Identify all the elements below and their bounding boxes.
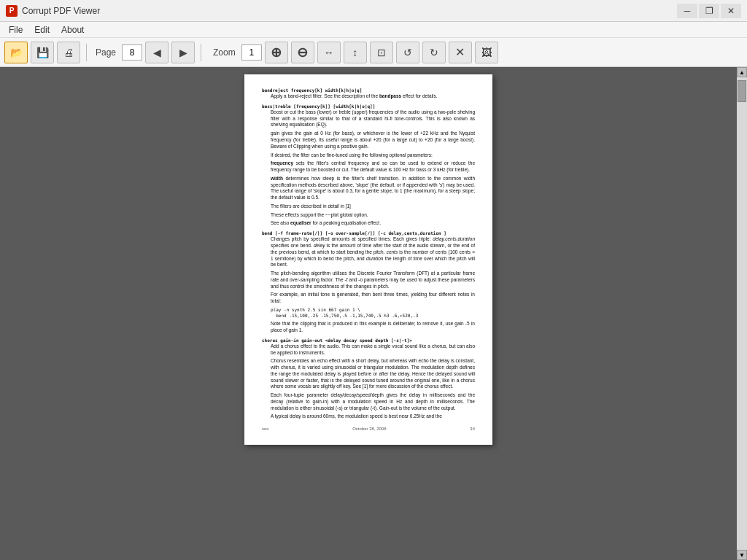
zoom-in-icon: ⊕ — [271, 44, 282, 61]
menu-edit[interactable]: Edit — [28, 22, 55, 38]
optional-desc: If desired, the filter can be fine-tuned… — [271, 152, 475, 159]
bend-desc2: The pitch-bending algorithm utilises the… — [271, 271, 475, 289]
page-input[interactable] — [122, 44, 142, 61]
chorus-section: chorus gain-in gain-out <delay decay spe… — [262, 338, 475, 421]
bass-treble-heading: bass|treble [frequency[k]] [width[k|h|o|… — [262, 104, 475, 109]
scroll-track[interactable] — [737, 77, 747, 550]
bass-treble-section: bass|treble [frequency[k]] [width[k|h|o|… — [262, 104, 475, 227]
print-icon: 🖨 — [63, 47, 74, 58]
bend-desc1: Changes pitch by specified amounts at sp… — [271, 236, 475, 268]
minimize-button[interactable]: ─ — [677, 4, 697, 18]
zoom-input[interactable] — [241, 44, 262, 61]
bend-desc4: Note that the clipping that is produced … — [271, 321, 475, 334]
prev-icon: ◀ — [153, 47, 161, 58]
title-bar: P Corrupt PDF Viewer ─ ❐ ✕ — [0, 0, 747, 22]
close-doc-button[interactable]: ✕ — [449, 42, 472, 63]
chorus-desc3: Each four-tuple parameter delay/decay/sp… — [271, 392, 475, 411]
print-button[interactable]: 🖨 — [57, 42, 80, 63]
fit-page-button[interactable]: ⊡ — [370, 42, 393, 63]
main-area: bandreject frequency[k] width[k|h|o|q] A… — [0, 67, 747, 560]
fit-height-icon: ↕ — [352, 47, 357, 58]
bandreject-heading: bandreject frequency[k] width[k|h|o|q] — [262, 88, 475, 93]
scroll-up-button[interactable]: ▲ — [737, 67, 747, 77]
restore-button[interactable]: ❐ — [699, 4, 719, 18]
bend-section: bend [-f frame-rate[/]] [-o over-sample[… — [262, 230, 475, 333]
scrollbar-right[interactable]: ▲ ▼ — [737, 67, 747, 560]
menu-about[interactable]: About — [55, 22, 90, 38]
zoom-in-button[interactable]: ⊕ — [265, 42, 288, 63]
zoom-out-icon: ⊖ — [297, 44, 308, 61]
menu-bar: File Edit About — [0, 22, 747, 38]
toolbar: 📂 💾 🖨 Page ◀ ▶ Zoom ⊕ ⊖ ↔ ↕ ⊡ ↺ — [0, 38, 747, 67]
close-button[interactable]: ✕ — [721, 4, 741, 18]
gain-desc: gain gives the gain at 0 Hz (for bass), … — [271, 131, 475, 149]
rotate-right-icon: ↻ — [430, 47, 438, 58]
width-param: width determines how steep is the filter… — [271, 176, 475, 201]
separator-1 — [86, 44, 87, 61]
frequency-param: frequency sets the filter's central freq… — [271, 160, 475, 174]
rotate-left-icon: ↺ — [403, 47, 412, 58]
fit-width-icon: ↔ — [324, 47, 334, 58]
save-button[interactable]: 💾 — [31, 42, 54, 63]
footer-date: October 28, 2008 — [352, 426, 386, 432]
snapshot-icon: 🖼 — [481, 47, 492, 58]
next-page-button[interactable]: ▶ — [171, 42, 195, 63]
pdf-page: bandreject frequency[k] width[k|h|o|q] A… — [244, 74, 492, 445]
prev-page-button[interactable]: ◀ — [145, 42, 169, 63]
bend-code: play -n synth 2.5 sin 667 gain 1 \ bend … — [271, 307, 475, 319]
zoom-label: Zoom — [213, 47, 236, 58]
filters-desc: The filters are described in detail in [… — [271, 203, 475, 210]
bend-desc3: For example, an initial tone is generate… — [271, 292, 475, 305]
scroll-thumb[interactable] — [738, 80, 746, 102]
snapshot-button[interactable]: 🖼 — [475, 42, 498, 63]
fit-width-button[interactable]: ↔ — [317, 42, 341, 63]
bass-treble-desc: Boost or cut the bass (lower) or treble … — [271, 109, 475, 128]
fit-height-button[interactable]: ↕ — [344, 42, 367, 63]
fit-page-icon: ⊡ — [377, 47, 386, 58]
equaliser-desc: See also equaliser for a peaking equalis… — [271, 220, 475, 227]
next-icon: ▶ — [179, 47, 187, 58]
chorus-desc2: Chorus resembles an echo effect with a s… — [271, 358, 475, 390]
pdf-footer: sox October 28, 2008 34 — [262, 426, 475, 432]
chorus-desc1: Add a chorus effect to the audio. This c… — [271, 343, 475, 357]
bandreject-desc: Apply a band-reject filter. See the desc… — [271, 93, 475, 100]
chorus-desc4: A typical delay is around 60ms, the modu… — [271, 413, 475, 420]
rotate-right-button[interactable]: ↻ — [422, 42, 446, 63]
separator-2 — [201, 44, 201, 61]
rotate-left-button[interactable]: ↺ — [396, 42, 419, 63]
bend-heading: bend [-f frame-rate[/]] [-o over-sample[… — [262, 230, 475, 236]
footer-page: 34 — [470, 426, 475, 432]
zoom-out-button[interactable]: ⊖ — [291, 42, 314, 63]
window-controls: ─ ❐ ✕ — [677, 4, 741, 18]
effects-desc: These effects support the −−plot global … — [271, 212, 475, 219]
save-icon: 💾 — [36, 47, 49, 58]
menu-file[interactable]: File — [3, 22, 28, 38]
bandreject-section: bandreject frequency[k] width[k|h|o|q] A… — [262, 88, 475, 100]
scroll-down-button[interactable]: ▼ — [737, 550, 747, 560]
page-label: Page — [96, 47, 116, 58]
title-bar-left: P Corrupt PDF Viewer — [6, 5, 100, 17]
app-icon: P — [6, 5, 18, 17]
footer-left: sox — [262, 426, 268, 432]
open-button[interactable]: 📂 — [4, 42, 28, 63]
close-doc-icon: ✕ — [455, 45, 465, 59]
chorus-heading: chorus gain-in gain-out <delay decay spe… — [262, 338, 475, 343]
open-icon: 📂 — [10, 47, 23, 58]
window-title: Corrupt PDF Viewer — [22, 6, 100, 16]
pdf-area[interactable]: bandreject frequency[k] width[k|h|o|q] A… — [0, 67, 737, 560]
